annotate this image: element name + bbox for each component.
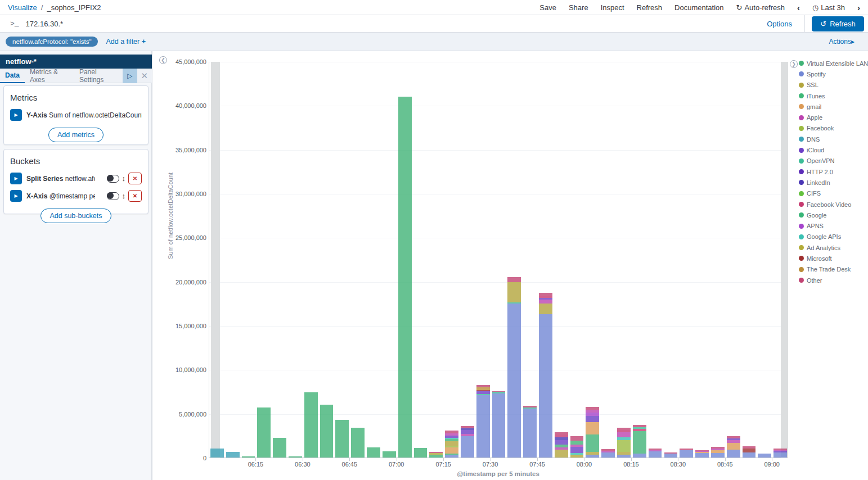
bar-segment[interactable] (539, 296, 552, 298)
bar-segment[interactable] (695, 453, 709, 458)
bar-segment[interactable] (773, 452, 787, 458)
bar-segment[interactable] (711, 453, 725, 458)
bar-segment[interactable] (617, 440, 631, 451)
time-range-picker[interactable]: ◷Last 3h (812, 3, 845, 12)
bar-segment[interactable] (695, 451, 709, 452)
bar-segment[interactable] (507, 304, 521, 458)
bar-segment[interactable] (601, 452, 615, 458)
bar-segment[interactable] (633, 431, 646, 454)
bar-segment[interactable] (539, 304, 552, 314)
bar-segment[interactable] (320, 405, 334, 458)
bar-segment[interactable] (695, 452, 709, 453)
bar-segment[interactable] (257, 407, 271, 458)
bar-08:05[interactable] (601, 449, 615, 458)
bar-segment[interactable] (617, 428, 631, 430)
bar-segment[interactable] (445, 446, 458, 447)
add-sub-buckets-button[interactable]: Add sub-buckets (41, 209, 111, 223)
remove-bucket-button[interactable]: ✕ (128, 173, 142, 184)
bar-segment[interactable] (555, 432, 568, 435)
bar-08:15[interactable] (633, 425, 646, 458)
bar-segment[interactable] (727, 443, 740, 450)
bar-segment[interactable] (586, 455, 599, 458)
bar-07:50[interactable] (555, 432, 568, 458)
legend-item-the-trade-desk[interactable]: The Trade Desk (799, 264, 866, 275)
bar-segment[interactable] (461, 428, 474, 430)
legend-item-dns[interactable]: DNS (799, 134, 866, 144)
bucket-row-split-series[interactable]: ▶ Split Series netflow.afcProto... ↕ ✕ (10, 173, 142, 184)
bar-segment[interactable] (727, 450, 740, 458)
bar-segment[interactable] (633, 427, 646, 429)
legend-item-other[interactable]: Other (799, 275, 866, 286)
legend-item-linkedin[interactable]: LinkedIn (799, 177, 866, 188)
bar-segment[interactable] (773, 450, 787, 451)
expand-metric-icon[interactable]: ▶ (10, 109, 22, 121)
bar-segment[interactable] (727, 436, 740, 438)
bar-06:00[interactable] (210, 449, 224, 458)
nav-menu-item-save[interactable]: Save (539, 3, 556, 12)
bar-segment[interactable] (445, 433, 458, 436)
tab-metrics-axes[interactable]: Metrics & Axes (25, 69, 74, 83)
bar-07:00[interactable] (398, 97, 412, 458)
bar-segment[interactable] (507, 302, 521, 304)
bar-segment[interactable] (445, 441, 458, 446)
filter-actions-link[interactable]: Actions▸ (829, 38, 854, 46)
nav-menu-item-refresh[interactable]: Refresh (637, 3, 663, 12)
bar-06:50[interactable] (367, 447, 380, 458)
bar-segment[interactable] (242, 456, 255, 458)
breadcrumb-visualize[interactable]: Visualize (8, 3, 37, 12)
bar-segment[interactable] (539, 300, 552, 304)
remove-bucket-button[interactable]: ✕ (128, 190, 142, 202)
bar-08:10[interactable] (617, 428, 631, 458)
bar-segment[interactable] (586, 413, 599, 415)
legend-item-gmail[interactable]: gmail (799, 101, 866, 112)
bar-segment[interactable] (445, 447, 458, 454)
bar-segment[interactable] (586, 416, 599, 423)
bar-07:55[interactable] (570, 436, 584, 458)
expand-bucket-icon[interactable]: ▶ (10, 190, 22, 202)
bar-segment[interactable] (773, 451, 787, 452)
bar-segment[interactable] (461, 436, 474, 458)
bar-08:20[interactable] (649, 449, 662, 458)
bar-segment[interactable] (476, 395, 490, 458)
bar-segment[interactable] (617, 452, 631, 455)
bar-segment[interactable] (570, 441, 584, 445)
bar-segment[interactable] (664, 454, 678, 458)
legend-item-virtual-extensible-lan[interactable]: Virtual Extensible LAN (799, 58, 866, 69)
bar-segment[interactable] (555, 450, 568, 458)
bar-segment[interactable] (445, 439, 458, 441)
bar-segment[interactable] (492, 393, 506, 458)
bar-segment[interactable] (445, 431, 458, 433)
legend-item-spotify[interactable]: Spotify (799, 69, 866, 79)
bar-segment[interactable] (773, 449, 787, 450)
bar-segment[interactable] (617, 432, 631, 437)
collapse-legend-icon[interactable]: ❯ (790, 60, 798, 68)
bar-08:40[interactable] (711, 447, 725, 458)
bar-segment[interactable] (492, 392, 506, 393)
bar-07:30[interactable] (492, 391, 506, 458)
bar-segment[interactable] (226, 452, 240, 458)
bar-segment[interactable] (649, 450, 662, 451)
bar-segment[interactable] (586, 422, 599, 434)
bar-segment[interactable] (570, 445, 584, 447)
bar-segment[interactable] (539, 293, 552, 296)
bar-segment[interactable] (383, 451, 396, 458)
legend-item-http-2-0[interactable]: HTTP 2.0 (799, 166, 866, 177)
bar-segment[interactable] (476, 390, 490, 391)
bar-segment[interactable] (476, 387, 490, 390)
search-input[interactable] (25, 19, 767, 29)
bar-segment[interactable] (680, 449, 693, 450)
bar-segment[interactable] (539, 314, 552, 458)
legend-item-apns[interactable]: APNS (799, 220, 866, 231)
time-forward-icon[interactable]: › (857, 3, 860, 12)
bar-segment[interactable] (570, 447, 584, 453)
nav-menu-item-share[interactable]: Share (569, 3, 588, 12)
bar-segment[interactable] (743, 446, 756, 449)
bar-segment[interactable] (445, 436, 458, 438)
bar-07:15[interactable] (445, 431, 458, 458)
bar-segment[interactable] (539, 298, 552, 299)
bar-07:25[interactable] (476, 385, 490, 458)
bar-08:25[interactable] (664, 452, 678, 458)
bar-06:40[interactable] (335, 420, 349, 458)
refresh-query-button[interactable]: ↺ Refresh (812, 16, 864, 31)
bar-segment[interactable] (727, 440, 740, 443)
